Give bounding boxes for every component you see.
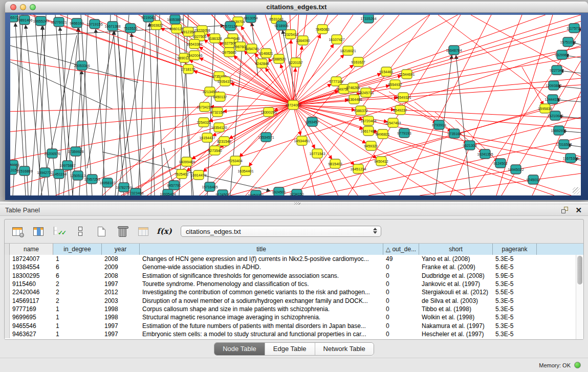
table-select[interactable]: citations_edges.txt xyxy=(181,226,381,237)
show-columns-button[interactable] xyxy=(32,225,45,238)
column-header-year[interactable]: year xyxy=(102,244,140,255)
create-column-button[interactable] xyxy=(95,225,108,238)
table-cell: Changes of HCN gene expression and I(f) … xyxy=(140,255,383,263)
graph-node-label: 9154461 xyxy=(379,70,393,74)
row-header xyxy=(5,280,10,288)
graph-node-label: 9242848 xyxy=(255,62,269,65)
table-cell: 22420046 xyxy=(10,288,53,296)
graph-node-label: 10935404 xyxy=(160,192,176,196)
table-cell: 1998 xyxy=(102,313,140,321)
table-mode-button[interactable] xyxy=(11,225,24,238)
scrollbar-thumb[interactable] xyxy=(577,256,582,285)
row-header-corner xyxy=(5,244,10,255)
table-row[interactable]: 977716911998Corpus callosum shape and si… xyxy=(5,305,576,313)
graph-edge xyxy=(132,33,141,195)
table-row[interactable]: 1938455462009Genome-wide association stu… xyxy=(5,263,576,271)
table-row[interactable]: 2242004622012Investigating the contribut… xyxy=(5,288,576,296)
tab-edge-table[interactable]: Edge Table xyxy=(265,343,315,355)
table-cell: 49 xyxy=(383,255,419,263)
graph-edge xyxy=(293,15,546,105)
column-header-pagerank[interactable]: pagerank xyxy=(493,244,537,255)
column-header-title[interactable]: title xyxy=(140,244,383,255)
select-rows-button[interactable]: ✓✓ xyxy=(53,225,66,238)
table-panel-title: Table Panel xyxy=(5,206,40,214)
graph-edge xyxy=(10,62,113,109)
table-row[interactable]: 911546021997Tourette syndrome. Phenomeno… xyxy=(5,280,576,288)
tab-network-table[interactable]: Network Table xyxy=(315,343,374,355)
graph-node-label: 20053346 xyxy=(74,64,90,68)
graph-node-label: 16648784 xyxy=(446,49,462,52)
function-builder-button[interactable]: f(x) xyxy=(158,225,171,238)
graph-edge xyxy=(164,148,173,184)
graph-node-label: 8531043 xyxy=(269,17,283,21)
graph-edge xyxy=(78,28,87,195)
graph-node-label: 9227342 xyxy=(550,69,563,72)
table-header-row: namein_degreeyeartitle△ out_de...shortpa… xyxy=(5,244,583,255)
graph-node-label: 9219043 xyxy=(141,16,155,19)
graph-node-label: 9273540 xyxy=(208,149,222,152)
table-row[interactable]: 946554611997Estimation of the future num… xyxy=(5,321,576,330)
delete-column-button[interactable] xyxy=(116,225,129,238)
column-header-short[interactable]: short xyxy=(419,244,493,255)
table-scrollbar[interactable] xyxy=(576,255,583,340)
close-panel-icon[interactable]: ✕ xyxy=(575,207,582,213)
table-row[interactable]: 969969511998Structural magnetic resonanc… xyxy=(5,313,576,321)
graph-node-label: 8496821 xyxy=(376,133,389,136)
row-header xyxy=(5,296,10,304)
graph-node-label: 10453201 xyxy=(248,193,264,196)
table-body: 1872400712008Changes of HCN gene express… xyxy=(5,255,576,340)
table-cell: 0 xyxy=(383,272,419,280)
graph-node-label: 9735164 xyxy=(447,132,461,136)
rows-icon xyxy=(78,227,82,236)
table-cell: Structural magnetic resonance image aver… xyxy=(140,313,383,321)
graph-edge xyxy=(378,74,381,75)
citation-network-graph[interactable]: 1872400718300295766382289601288912354232… xyxy=(10,15,581,195)
table-cell: 1997 xyxy=(102,321,140,330)
network-canvas[interactable]: 1872400718300295766382289601288912354232… xyxy=(10,15,581,195)
table-panel: Table Panel ✕ ✓✓ f(x) citations_edges.tx… xyxy=(0,202,588,372)
table-row[interactable]: 1456911722003Disruption of a novel membe… xyxy=(5,296,576,304)
table-cell: Hescheler et al. (1997) xyxy=(419,330,493,338)
graph-node-label: 20206576 xyxy=(44,152,60,156)
graph-node-label: 9815403 xyxy=(328,162,342,166)
close-window-button[interactable] xyxy=(10,4,16,10)
column-header-name[interactable]: name xyxy=(10,244,53,255)
tab-node-table[interactable]: Node Table xyxy=(214,343,265,355)
graph-node-label: 12505113 xyxy=(70,174,86,178)
table-row[interactable]: 1872400712008Changes of HCN gene express… xyxy=(5,255,576,263)
graph-node-label: 16671388 xyxy=(104,25,120,28)
graph-node-label: 18245731 xyxy=(358,91,374,95)
graph-node-label: 9466160 xyxy=(70,21,83,25)
graph-node-label: 9146821 xyxy=(259,52,273,55)
graph-node-label: 1364090 xyxy=(296,39,310,42)
graph-node-label: 17957253 xyxy=(84,178,100,181)
graph-node-label: 18724007 xyxy=(285,103,301,107)
graph-edge xyxy=(151,15,160,195)
window-frame: 1872400718300295766382289601288912354232… xyxy=(5,13,588,200)
memory-status-icon[interactable] xyxy=(574,362,581,368)
graph-node-label: 15751074 xyxy=(560,40,576,44)
table-cell: Yano et al. (2008) xyxy=(419,255,493,263)
window-titlebar[interactable]: citations_edges.txt xyxy=(5,2,588,13)
graph-node-label: 8231540 xyxy=(217,140,231,143)
row-header xyxy=(5,321,10,330)
resize-grip-icon[interactable] xyxy=(573,187,580,194)
graph-node-label: 11175734 xyxy=(567,27,581,30)
minimize-window-button[interactable] xyxy=(20,4,26,10)
table-cell: Tibbo et al. (1998) xyxy=(419,305,493,313)
graph-edge xyxy=(269,58,270,61)
table-cell: 2008 xyxy=(102,272,140,280)
table-row[interactable]: 1830029562008Estimation of significance … xyxy=(5,272,576,280)
table-cell: Franke et al. (2009) xyxy=(419,263,493,271)
float-panel-icon[interactable] xyxy=(561,207,568,213)
table-row[interactable]: 946362711997Embryonic stem cells: a mode… xyxy=(5,330,576,338)
graph-node-label: 17335264 xyxy=(360,17,376,20)
table-cell: 2 xyxy=(53,288,102,296)
column-header-in_degree[interactable]: in_degree xyxy=(53,244,102,255)
graph-node-label: 12325413 xyxy=(282,33,298,36)
column-header-out_de[interactable]: △ out_de... xyxy=(383,244,419,255)
graph-node-label: 18216021 xyxy=(340,49,356,53)
graph-edge xyxy=(241,26,243,29)
zoom-window-button[interactable] xyxy=(30,4,36,10)
row-display-button[interactable] xyxy=(74,225,87,238)
